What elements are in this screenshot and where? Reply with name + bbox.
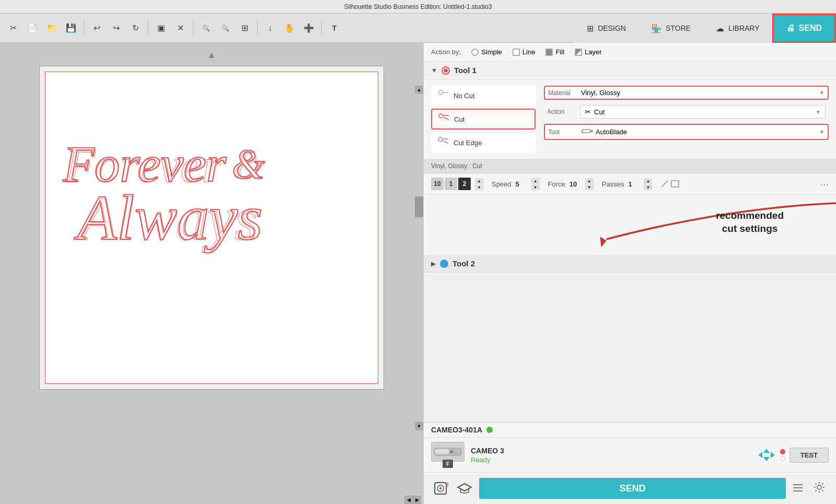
force-value: 10 (570, 180, 581, 188)
open-button[interactable]: 📁 (43, 19, 61, 37)
svg-point-11 (438, 137, 443, 142)
cut-button[interactable]: Cut (431, 109, 536, 130)
no-cut-button[interactable]: No Cut (431, 86, 536, 106)
action-row-label: Action (547, 108, 576, 115)
library-nav-label: LIBRARY (728, 24, 760, 32)
device-name: CAMEO3-401A (431, 426, 482, 434)
send-big-button[interactable]: SEND (479, 478, 786, 499)
canvas-hscroll[interactable]: ◀ ▶ (402, 496, 423, 504)
library-nav-button[interactable]: ☁ LIBRARY (703, 14, 772, 43)
cut-tool-button[interactable]: ✂ (4, 19, 22, 37)
cut-settings-label: Vinyl, Glossy : Cut (431, 162, 482, 170)
add-page-button[interactable]: ➕ (300, 19, 318, 37)
nav-arrows-icon[interactable] (757, 448, 776, 462)
save-button[interactable]: 💾 (62, 19, 80, 37)
fill-radio-box (545, 49, 553, 56)
force-down-button[interactable]: ▼ (585, 184, 594, 190)
settings-gear-button[interactable] (810, 479, 829, 498)
num-box-arrows: ▲ ▼ (475, 178, 483, 190)
design-nav-button[interactable]: ⊞ DESIGN (574, 14, 638, 43)
svg-line-40 (815, 483, 816, 484)
hscroll-right[interactable]: ▶ (413, 496, 421, 504)
simple-radio[interactable]: Simple (471, 48, 502, 56)
test-button[interactable]: TEST (789, 448, 829, 463)
learn-icon-button[interactable] (455, 479, 474, 498)
cut-edge-button[interactable]: Cut Edge (431, 133, 536, 153)
titlebar-text: Silhouette Studio Business Edition: Unti… (344, 3, 492, 10)
tool-dropdown[interactable]: AutoBlade ▼ (581, 127, 825, 137)
material-row: Material Vinyl, Glossy ▼ (548, 89, 825, 97)
force-up-button[interactable]: ▲ (585, 178, 594, 184)
device-nav-buttons: TEST (757, 448, 829, 463)
action-row-inner: Action ✂ Cut ▼ (547, 105, 826, 119)
scroll-up-button[interactable]: ▲ (201, 47, 222, 63)
canvas-frame: Forever & Always Forever & Always (39, 66, 384, 390)
svg-text:&: & (235, 143, 265, 187)
annotation-text: recommended cut settings (716, 209, 784, 235)
titlebar: Silhouette Studio Business Edition: Unti… (0, 0, 836, 14)
scroll-up-arrow[interactable]: ▲ (415, 86, 423, 94)
speed-force-passes-row: 10 1 2 ▲ ▼ Speed 5 ▲ ▼ Force 10 ▲ ▼ (424, 173, 836, 195)
cut-edge-icon (438, 137, 449, 148)
svg-rect-14 (582, 130, 590, 133)
redo-button[interactable]: ↪ (107, 19, 125, 37)
cut-settings-icon-button[interactable]: 1 (431, 479, 450, 498)
tool1-header[interactable]: ▼ Tool 1 (424, 62, 836, 79)
speed-down-button[interactable]: ▼ (531, 184, 540, 190)
speed-stepper: ▲ ▼ (531, 178, 540, 190)
undo-button[interactable]: ↩ (88, 19, 106, 37)
panel-spacer (424, 273, 836, 422)
box-style-icon (671, 180, 679, 187)
num-box-down-button[interactable]: ▼ (475, 184, 483, 190)
svg-line-42 (822, 483, 823, 484)
scroll-down-arrow[interactable]: ▼ (415, 422, 423, 430)
passes-down-button[interactable]: ▼ (644, 184, 652, 190)
tool-dropdown-container: Tool AutoBlade ▼ (544, 124, 829, 140)
canvas-inner: Forever & Always Forever & Always (45, 72, 378, 384)
menu-lines-button[interactable] (791, 482, 805, 495)
passes-up-button[interactable]: ▲ (644, 178, 652, 184)
scroll-thumb[interactable] (415, 196, 423, 217)
tool2-header[interactable]: ▶ Tool 2 (424, 255, 836, 273)
separator-3 (193, 20, 193, 36)
svg-point-35 (817, 485, 821, 489)
line-radio[interactable]: Line (513, 48, 536, 56)
zoom-out-button[interactable]: 🔍 (216, 19, 234, 37)
fill-radio[interactable]: Fill (545, 48, 564, 56)
svg-marker-26 (771, 452, 775, 458)
select-button[interactable]: ▣ (152, 19, 170, 37)
hscroll-left[interactable]: ◀ (404, 496, 413, 504)
cut-icon (438, 113, 450, 125)
material-dropdown[interactable]: Vinyl, Glossy ▼ (581, 89, 825, 97)
tool2-expand-arrow[interactable]: ▶ (431, 260, 436, 267)
annotation-area: recommended cut settings (424, 195, 836, 255)
material-dropdown-container: Material Vinyl, Glossy ▼ (544, 86, 829, 100)
more-button[interactable]: ··· (820, 178, 829, 190)
tool1-inner-dot (444, 68, 448, 73)
svg-point-8 (439, 114, 443, 118)
svg-line-9 (444, 118, 449, 120)
speed-up-button[interactable]: ▲ (531, 178, 540, 184)
send-printer-icon: 🖨 (786, 24, 795, 33)
zoom-fit-button[interactable]: ⊞ (236, 19, 253, 37)
delete-button[interactable]: ✕ (171, 19, 189, 37)
device-panel: CAMEO3-401A F (424, 422, 836, 504)
bottom-actions-row: 1 SEND (424, 473, 836, 504)
no-cut-icon (438, 90, 449, 101)
svg-line-43 (815, 490, 816, 491)
num-box-up-button[interactable]: ▲ (475, 178, 483, 184)
store-icon: 🏪 (651, 24, 661, 33)
send-nav-button[interactable]: 🖨 SEND (772, 14, 836, 43)
store-nav-button[interactable]: 🏪 STORE (638, 14, 703, 43)
device-name-row: CAMEO3-401A (424, 423, 836, 438)
material-label: Material (548, 89, 577, 97)
action-dropdown[interactable]: ✂ Cut ▼ (580, 105, 826, 119)
pan-button[interactable]: ✋ (281, 19, 298, 37)
refresh-button[interactable]: ↻ (126, 19, 144, 37)
zoom-in-button[interactable]: 🔍 (197, 19, 215, 37)
tool1-collapse-arrow[interactable]: ▼ (431, 67, 437, 74)
move-down-button[interactable]: ↓ (261, 19, 279, 37)
new-button[interactable]: 📄 (24, 19, 41, 37)
layer-radio[interactable]: Layer (575, 48, 602, 56)
text-button[interactable]: T (326, 19, 343, 37)
